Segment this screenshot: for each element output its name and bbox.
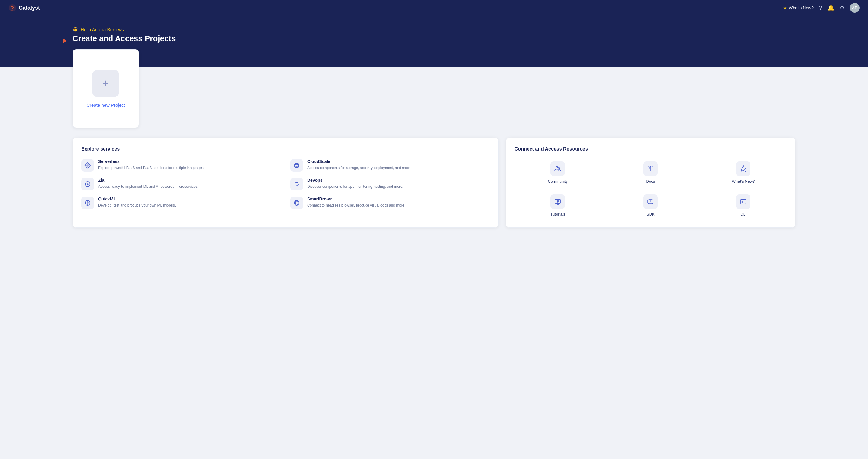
zia-name: Zia [98, 178, 198, 183]
settings-icon[interactable]: ⚙ [840, 4, 844, 11]
services-grid: Serverless Explore powerful FaaS and Paa… [81, 159, 490, 209]
create-project-label: Create new Project [86, 103, 125, 108]
svg-point-22 [556, 166, 558, 168]
devops-desc: Discover components for app monitoring, … [307, 184, 403, 189]
svg-point-12 [87, 202, 89, 204]
greeting-emoji: 👋 [72, 27, 78, 32]
avatar[interactable]: AB [850, 3, 860, 13]
service-serverless[interactable]: Serverless Explore powerful FaaS and Paa… [81, 159, 281, 172]
hero-title: Create and Access Projects [72, 34, 868, 43]
whats-new-resource-label: What's New? [732, 179, 755, 183]
svg-marker-27 [740, 166, 746, 171]
svg-line-25 [649, 168, 650, 168]
resources-grid: Community Docs [515, 159, 787, 219]
svg-point-23 [559, 167, 560, 169]
service-cloudscale[interactable]: CloudScale Access components for storage… [290, 159, 490, 172]
arrow-line [27, 40, 63, 41]
docs-icon [643, 162, 658, 176]
cloudscale-icon [290, 159, 303, 172]
zia-info: Zia Access ready-to-implement ML and AI-… [98, 178, 198, 189]
docs-label: Docs [646, 179, 655, 183]
sdk-icon [643, 194, 658, 209]
smartbrowz-icon [290, 197, 303, 209]
quickml-name: QuickML [98, 197, 176, 201]
plus-symbol: + [102, 77, 109, 90]
serverless-name: Serverless [98, 159, 205, 164]
svg-rect-36 [741, 199, 746, 204]
whats-new-label: What's New? [789, 5, 814, 10]
projects-section: + Create new Project [72, 49, 796, 128]
quickml-desc: Develop, test and produce your own ML mo… [98, 203, 176, 208]
cloudscale-info: CloudScale Access components for storage… [307, 159, 411, 171]
serverless-icon [81, 159, 94, 172]
arrow-pointer [27, 39, 67, 43]
svg-marker-3 [86, 164, 89, 167]
smartbrowz-desc: Connect to headless browser, produce vis… [307, 203, 405, 208]
svg-point-1 [12, 10, 13, 11]
arrow-head [63, 39, 67, 43]
cloudscale-name: CloudScale [307, 159, 411, 164]
star-icon: ★ [783, 5, 787, 11]
create-project-card[interactable]: + Create new Project [72, 49, 139, 128]
serverless-info: Serverless Explore powerful FaaS and Paa… [98, 159, 205, 171]
svg-point-8 [87, 183, 89, 185]
community-label: Community [548, 179, 568, 183]
community-icon [551, 162, 565, 176]
explore-section: Explore services Serverless Explore powe… [72, 138, 498, 228]
header-right: ★ What's New? ? 🔔 ⚙ AB [783, 3, 860, 13]
create-project-icon: + [92, 70, 119, 97]
greeting: 👋 Hello Amelia Burrows [72, 27, 868, 32]
cloudscale-desc: Access components for storage, security,… [307, 165, 411, 171]
devops-name: Devops [307, 178, 403, 183]
tutorials-label: Tutorials [551, 212, 565, 217]
main-content: + Create new Project Explore services [0, 49, 868, 240]
whats-new-button[interactable]: ★ What's New? [783, 5, 814, 11]
quickml-info: QuickML Develop, test and produce your o… [98, 197, 176, 208]
tutorials-icon [551, 194, 565, 209]
devops-info: Devops Discover components for app monit… [307, 178, 403, 189]
sdk-label: SDK [647, 212, 655, 217]
resources-title: Connect and Access Resources [515, 146, 787, 152]
devops-icon [290, 178, 303, 191]
zia-icon [81, 178, 94, 191]
service-quickml[interactable]: QuickML Develop, test and produce your o… [81, 197, 281, 209]
svg-point-6 [294, 165, 299, 166]
cli-label: CLI [740, 212, 746, 217]
service-zia[interactable]: Zia Access ready-to-implement ML and AI-… [81, 178, 281, 191]
smartbrowz-name: SmartBrowz [307, 197, 405, 201]
catalyst-logo-icon [8, 4, 16, 12]
service-devops[interactable]: Devops Discover components for app monit… [290, 178, 490, 191]
resource-cli[interactable]: CLI [700, 192, 787, 219]
cli-icon [736, 194, 750, 209]
resources-section: Connect and Access Resources Community [506, 138, 796, 228]
explore-title: Explore services [81, 146, 490, 152]
resource-docs[interactable]: Docs [607, 159, 694, 186]
smartbrowz-info: SmartBrowz Connect to headless browser, … [307, 197, 405, 208]
greeting-text: Hello Amelia Burrows [81, 27, 124, 32]
help-icon[interactable]: ? [819, 5, 822, 11]
resource-sdk[interactable]: SDK [607, 192, 694, 219]
svg-line-26 [649, 168, 650, 169]
bottom-sections: Explore services Serverless Explore powe… [72, 138, 796, 228]
service-smartbrowz[interactable]: SmartBrowz Connect to headless browser, … [290, 197, 490, 209]
resource-community[interactable]: Community [515, 159, 601, 186]
header: Catalyst ★ What's New? ? 🔔 ⚙ AB [0, 0, 868, 16]
bell-icon[interactable]: 🔔 [828, 4, 834, 11]
zia-desc: Access ready-to-implement ML and AI-powe… [98, 184, 198, 189]
resource-whats-new[interactable]: What's New? [700, 159, 787, 186]
resource-tutorials[interactable]: Tutorials [515, 192, 601, 219]
logo[interactable]: Catalyst [8, 4, 40, 12]
logo-text: Catalyst [19, 5, 40, 11]
serverless-desc: Explore powerful FaaS and PaaS solutions… [98, 165, 205, 171]
whats-new-resource-icon [736, 162, 750, 176]
quickml-icon [81, 197, 94, 209]
